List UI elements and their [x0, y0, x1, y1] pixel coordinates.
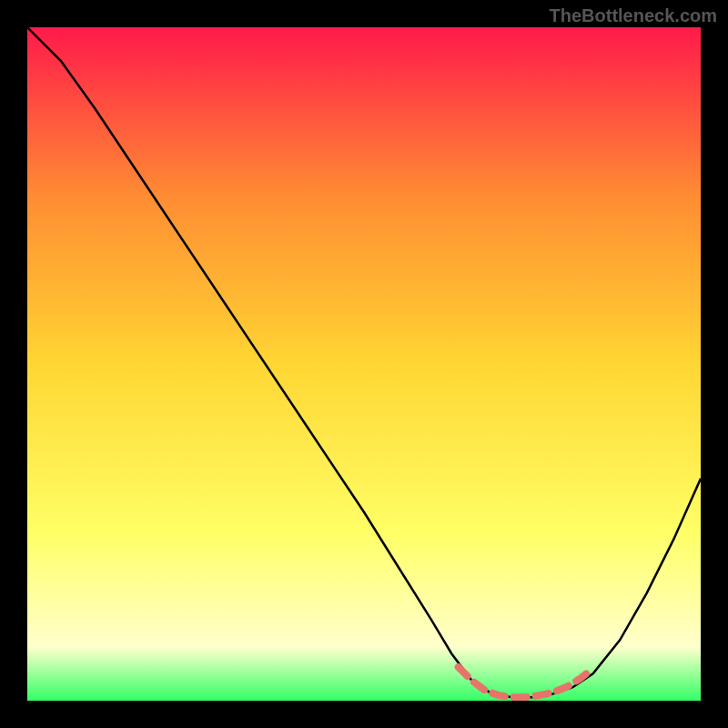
- gradient-background: [27, 27, 701, 701]
- plot-area: [27, 27, 701, 701]
- watermark-text: TheBottleneck.com: [550, 5, 717, 26]
- bottleneck-chart: TheBottleneck.com: [0, 0, 728, 728]
- chart-svg: [27, 27, 701, 701]
